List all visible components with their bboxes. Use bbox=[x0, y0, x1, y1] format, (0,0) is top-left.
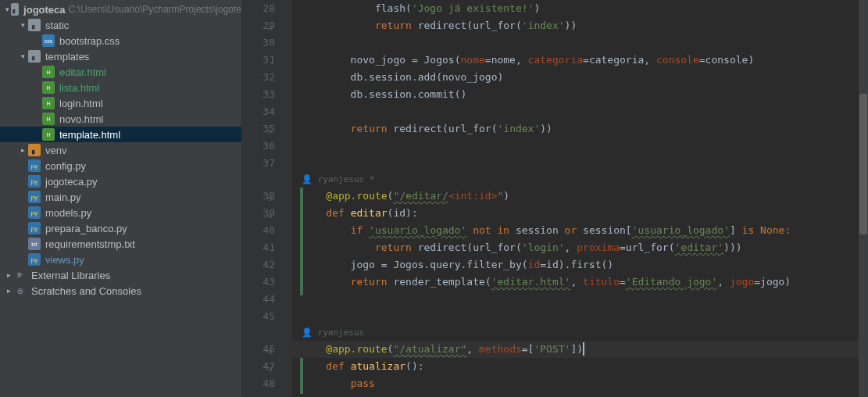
py-icon: py bbox=[28, 159, 41, 172]
folder-icon: ▖ bbox=[28, 19, 41, 31]
code-area[interactable]: flash('Jogo já existente!') return redir… bbox=[292, 0, 868, 397]
line-number bbox=[242, 172, 275, 188]
fold-icon[interactable]: ⊟ bbox=[265, 20, 272, 27]
line-number: 28 bbox=[242, 0, 275, 17]
line-number: 32 bbox=[242, 69, 275, 86]
line-number-gutter: 2829⊟303132333435⊟363738⊟39⊟404142434445… bbox=[242, 0, 292, 397]
tree-item-models-py[interactable]: pymodels.py bbox=[0, 205, 241, 220]
line-number: 46⊟ bbox=[242, 341, 275, 358]
folder-icon: ▖ bbox=[11, 3, 19, 16]
line-number: 39⊟ bbox=[242, 205, 275, 222]
chevron-icon[interactable]: ▾ bbox=[5, 5, 9, 13]
chevron-icon[interactable]: ▸ bbox=[5, 271, 13, 279]
tree-item-bootstrap-css[interactable]: cssbootstrap.css bbox=[0, 33, 241, 48]
tree-item-label: bootstrap.css bbox=[59, 35, 120, 47]
fold-icon[interactable]: ⊟ bbox=[265, 123, 272, 131]
tree-item-label: static bbox=[45, 20, 69, 31]
scrollbar-thumb[interactable] bbox=[859, 94, 867, 234]
tree-item-label: models.py bbox=[45, 207, 91, 219]
tree-item-templates[interactable]: ▾▖templates bbox=[0, 48, 241, 64]
py-icon: py bbox=[28, 175, 41, 188]
text-caret bbox=[583, 342, 584, 356]
tree-item-scratches-and-consoles[interactable]: ▸◎Scratches and Consoles bbox=[0, 283, 241, 299]
chevron-icon[interactable]: ▸ bbox=[5, 287, 13, 295]
fold-icon[interactable]: ⊟ bbox=[265, 344, 272, 351]
py-icon: py bbox=[28, 222, 41, 234]
line-number: 34 bbox=[242, 103, 275, 120]
tree-item-label: login.html bbox=[59, 98, 103, 109]
fold-icon[interactable]: ⊟ bbox=[265, 361, 272, 368]
tree-item-novo-html[interactable]: Hnovo.html bbox=[0, 111, 241, 127]
css-icon: css bbox=[42, 34, 55, 47]
line-number: 37 bbox=[242, 155, 275, 172]
tree-item-editar-html[interactable]: Heditar.html bbox=[0, 64, 241, 80]
line-number: 42 bbox=[242, 256, 275, 274]
py-icon: py bbox=[28, 206, 41, 219]
line-number: 31 bbox=[242, 52, 275, 69]
html-icon: H bbox=[42, 97, 55, 109]
line-number: 38⊟ bbox=[242, 188, 275, 205]
tree-item-label: views.py bbox=[45, 254, 84, 266]
tree-item-template-html[interactable]: Htemplate.html bbox=[0, 127, 241, 142]
fold-icon[interactable]: ⊟ bbox=[265, 191, 272, 198]
tree-item-label: External Libraries bbox=[31, 270, 110, 281]
lib-icon: ⊪ bbox=[14, 269, 27, 281]
project-tree[interactable]: ▾▖jogotecaC:\Users\Usuario\PycharmProjec… bbox=[0, 0, 242, 397]
line-number: 29⊟ bbox=[242, 17, 275, 34]
line-number bbox=[242, 325, 275, 341]
html-icon: H bbox=[42, 128, 55, 141]
tree-item-label: config.py bbox=[45, 160, 86, 172]
tree-item-label: novo.html bbox=[59, 113, 103, 125]
tree-item-login-html[interactable]: Hlogin.html bbox=[0, 95, 241, 111]
current-line[interactable]: @app.route("/atualizar", methods=['POST'… bbox=[292, 341, 868, 358]
tree-item-config-py[interactable]: pyconfig.py bbox=[0, 158, 241, 173]
tree-item-label: editar.html bbox=[59, 66, 106, 78]
tree-item-jogoteca-py[interactable]: pyjogoteca.py bbox=[0, 173, 241, 189]
tree-item-label: templates bbox=[45, 51, 89, 63]
tree-item-path: C:\Users\Usuario\PycharmProjects\jogote bbox=[69, 4, 241, 15]
html-icon: H bbox=[42, 81, 55, 94]
vcs-annotation: 👤 ryanjesus * bbox=[292, 172, 868, 188]
tree-item-prepara-banco-py[interactable]: pyprepara_banco.py bbox=[0, 220, 241, 236]
tree-item-label: Scratches and Consoles bbox=[31, 285, 141, 297]
tree-item-external-libraries[interactable]: ▸⊪External Libraries bbox=[0, 267, 241, 283]
line-number: 36 bbox=[242, 138, 275, 155]
chevron-icon[interactable]: ▸ bbox=[19, 146, 27, 154]
tree-item-jogoteca[interactable]: ▾▖jogotecaC:\Users\Usuario\PycharmProjec… bbox=[0, 2, 241, 17]
tree-item-label: lista.html bbox=[59, 82, 99, 94]
lib-icon: ◎ bbox=[14, 284, 27, 297]
vertical-scrollbar[interactable] bbox=[859, 0, 868, 397]
tree-item-label: prepara_banco.py bbox=[45, 223, 127, 234]
line-number: 41 bbox=[242, 239, 275, 256]
tree-item-label: jogoteca bbox=[23, 4, 65, 16]
tree-item-lista-html[interactable]: Hlista.html bbox=[0, 80, 241, 95]
tree-item-venv[interactable]: ▸▖venv bbox=[0, 142, 241, 158]
tree-item-label: requirementstmp.txt bbox=[45, 238, 135, 250]
html-icon: H bbox=[42, 113, 55, 125]
tree-item-requirementstmp-txt[interactable]: txtrequirementstmp.txt bbox=[0, 236, 241, 252]
tree-item-label: jogoteca.py bbox=[45, 176, 98, 188]
tree-item-views-py[interactable]: pyviews.py bbox=[0, 252, 241, 267]
line-number: 48 bbox=[242, 375, 275, 392]
tree-item-main-py[interactable]: pymain.py bbox=[0, 189, 241, 205]
line-number: 43 bbox=[242, 274, 275, 291]
line-number: 30 bbox=[242, 34, 275, 52]
tree-item-label: main.py bbox=[45, 191, 81, 203]
code-editor[interactable]: 2829⊟303132333435⊟363738⊟39⊟404142434445… bbox=[242, 0, 868, 397]
tree-item-label: template.html bbox=[59, 129, 120, 141]
py-icon: py bbox=[28, 253, 41, 266]
fold-icon[interactable]: ⊟ bbox=[265, 208, 272, 215]
tree-item-label: venv bbox=[45, 145, 66, 156]
tree-item-static[interactable]: ▾▖static bbox=[0, 17, 241, 33]
folder-icon: ▖ bbox=[28, 50, 41, 63]
line-number: 33 bbox=[242, 86, 275, 103]
line-number: 47⊟ bbox=[242, 358, 275, 375]
folder-e-icon: ▖ bbox=[28, 144, 41, 156]
line-number: 35⊟ bbox=[242, 120, 275, 138]
html-icon: H bbox=[42, 66, 55, 78]
py-icon: py bbox=[28, 191, 41, 203]
line-number: 45 bbox=[242, 308, 275, 325]
chevron-icon[interactable]: ▾ bbox=[19, 21, 27, 29]
chevron-icon[interactable]: ▾ bbox=[19, 52, 27, 60]
line-number: 44 bbox=[242, 291, 275, 308]
